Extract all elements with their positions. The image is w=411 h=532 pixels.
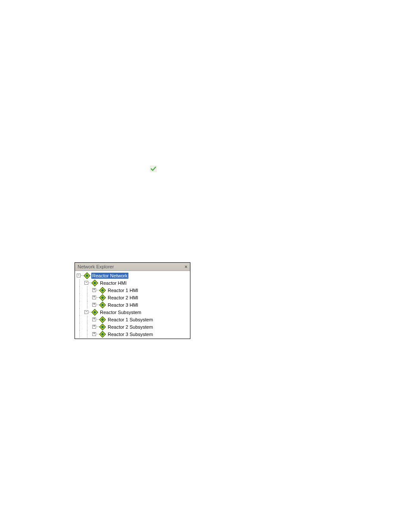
- tree-node-label[interactable]: Reactor 3 Subsystem: [107, 331, 154, 337]
- tree-indent: [75, 323, 83, 330]
- tree-node-label[interactable]: Reactor Subsystem: [99, 309, 142, 315]
- collapse-toggle[interactable]: -: [84, 310, 88, 314]
- diamond-icon: [99, 316, 106, 323]
- diamond-icon: [84, 272, 90, 279]
- panel-header: Network Explorer ×: [75, 263, 190, 271]
- expand-toggle[interactable]: +: [92, 325, 96, 329]
- diamond-icon: [99, 331, 106, 338]
- expand-toggle[interactable]: +: [92, 332, 96, 336]
- tree-indent: [75, 279, 83, 286]
- tree-node[interactable]: -Reactor Subsystem: [75, 308, 190, 316]
- tree-indent: [83, 294, 90, 301]
- tree-node-label[interactable]: Reactor HMI: [99, 280, 128, 286]
- checkmark-icon: [150, 165, 157, 172]
- tree-view[interactable]: -Reactor Network-Reactor HMI+Reactor 1 H…: [75, 271, 190, 339]
- network-explorer-panel: Network Explorer × -Reactor Network-Reac…: [75, 262, 190, 339]
- expand-toggle[interactable]: +: [92, 317, 96, 321]
- tree-node[interactable]: +Reactor 1 HMI: [75, 286, 190, 294]
- tree-node-label[interactable]: Reactor 1 Subsystem: [107, 317, 154, 323]
- tree-node[interactable]: +Reactor 2 HMI: [75, 294, 190, 301]
- tree-indent: [83, 330, 90, 338]
- tree-indent: [83, 323, 90, 330]
- tree-node[interactable]: -Reactor Network: [75, 272, 190, 279]
- tree-indent: [75, 294, 83, 301]
- tree-node-label[interactable]: Reactor 3 HMI: [107, 302, 139, 308]
- tree-node[interactable]: +Reactor 3 Subsystem: [75, 330, 190, 338]
- tree-node[interactable]: +Reactor 3 HMI: [75, 301, 190, 308]
- diamond-icon: [91, 280, 98, 286]
- tree-node[interactable]: -Reactor HMI: [75, 279, 190, 286]
- collapse-toggle[interactable]: -: [77, 274, 81, 277]
- diamond-icon: [99, 294, 106, 301]
- tree-indent: [83, 286, 90, 294]
- diamond-icon: [99, 302, 106, 308]
- expand-toggle[interactable]: +: [92, 303, 96, 307]
- tree-indent: [75, 308, 83, 316]
- tree-indent: [83, 301, 90, 308]
- tree-indent: [75, 316, 83, 323]
- close-icon[interactable]: ×: [184, 264, 188, 269]
- tree-node[interactable]: +Reactor 1 Subsystem: [75, 316, 190, 323]
- expand-toggle[interactable]: +: [92, 296, 96, 299]
- tree-node-label[interactable]: Reactor 1 HMI: [107, 287, 139, 293]
- tree-node-label[interactable]: Reactor 2 HMI: [107, 295, 139, 301]
- diamond-icon: [99, 287, 106, 294]
- expand-toggle[interactable]: +: [92, 288, 96, 292]
- tree-indent: [75, 286, 83, 294]
- tree-indent: [83, 316, 90, 323]
- collapse-toggle[interactable]: -: [84, 281, 88, 285]
- diamond-icon: [91, 309, 98, 316]
- tree-node-label[interactable]: Reactor Network: [91, 273, 128, 279]
- tree-indent: [75, 330, 83, 338]
- panel-title: Network Explorer: [78, 264, 114, 269]
- tree-node-label[interactable]: Reactor 2 Subsystem: [107, 324, 154, 330]
- tree-node[interactable]: +Reactor 2 Subsystem: [75, 323, 190, 330]
- tree-indent: [75, 301, 83, 308]
- diamond-icon: [99, 324, 106, 330]
